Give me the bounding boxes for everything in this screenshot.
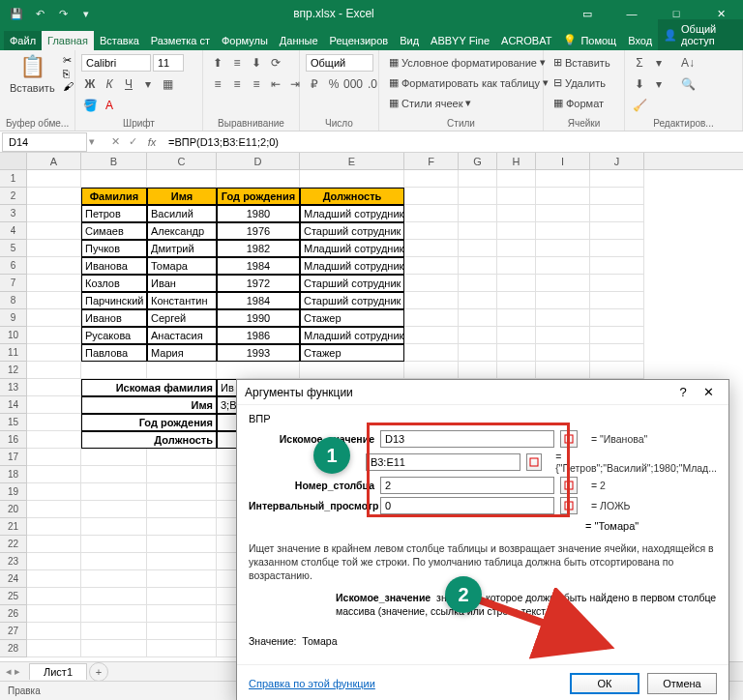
cell-styles-button[interactable]: ▦ Стили ячеек ▾ <box>385 95 475 111</box>
cell[interactable] <box>536 170 590 188</box>
row-16[interactable]: 16 <box>0 431 27 449</box>
cell[interactable] <box>27 518 81 536</box>
ref-button-icon[interactable] <box>560 430 578 448</box>
cell[interactable] <box>590 222 644 240</box>
col-D[interactable]: D <box>217 153 300 169</box>
cell[interactable] <box>27 553 81 570</box>
cell[interactable] <box>497 327 536 344</box>
cell[interactable] <box>404 344 459 362</box>
cell[interactable] <box>27 257 81 275</box>
cell[interactable] <box>217 170 300 188</box>
cell[interactable] <box>27 327 81 344</box>
cell[interactable] <box>497 257 536 275</box>
cell[interactable] <box>459 188 497 205</box>
cell[interactable] <box>404 222 459 240</box>
cancel-button[interactable]: Отмена <box>647 673 717 694</box>
cell[interactable] <box>459 275 497 292</box>
cell[interactable]: Младший сотрудник <box>300 257 404 275</box>
cell[interactable]: Анастасия <box>147 327 217 344</box>
row-3[interactable]: 3 <box>0 205 27 222</box>
dialog-help-icon[interactable]: ? <box>670 385 696 399</box>
autosum-icon[interactable]: Σ <box>631 54 648 72</box>
row-25[interactable]: 25 <box>0 588 27 605</box>
cell[interactable]: Стажер <box>300 309 404 327</box>
row-12[interactable]: 12 <box>0 362 27 379</box>
cell[interactable] <box>217 362 300 379</box>
row-21[interactable]: 21 <box>0 518 27 536</box>
cell[interactable]: Павлова <box>81 344 147 362</box>
cell[interactable] <box>147 640 217 657</box>
cell[interactable]: Сергей <box>147 309 217 327</box>
align-left-icon[interactable]: ≡ <box>209 75 226 93</box>
cell[interactable] <box>404 327 459 344</box>
cell[interactable] <box>590 292 644 309</box>
italic-icon[interactable]: К <box>101 75 118 93</box>
cell[interactable]: Фамилия <box>81 188 147 205</box>
cell[interactable]: Иванова <box>81 257 147 275</box>
cell[interactable] <box>27 170 81 188</box>
cell[interactable]: Имя <box>147 188 217 205</box>
row-24[interactable]: 24 <box>0 570 27 588</box>
add-sheet-button[interactable]: + <box>89 662 108 682</box>
cell[interactable]: 1986 <box>217 327 300 344</box>
cell[interactable] <box>147 362 217 379</box>
cell[interactable]: 1990 <box>217 309 300 327</box>
fill-icon[interactable]: ⬇ <box>631 75 648 93</box>
cell[interactable] <box>27 588 81 605</box>
cell[interactable] <box>27 222 81 240</box>
cell[interactable] <box>404 309 459 327</box>
cell[interactable] <box>497 205 536 222</box>
cell[interactable]: Младший сотрудник <box>300 327 404 344</box>
row-15[interactable]: 15 <box>0 414 27 431</box>
cell[interactable]: Петров <box>81 205 147 222</box>
row-17[interactable]: 17 <box>0 449 27 466</box>
tab-home[interactable]: Главная <box>42 31 94 50</box>
cell[interactable] <box>81 570 147 588</box>
cell[interactable]: Должность <box>300 188 404 205</box>
cell[interactable] <box>27 362 81 379</box>
tab-view[interactable]: Вид <box>394 31 425 50</box>
row-10[interactable]: 10 <box>0 327 27 344</box>
row-8[interactable]: 8 <box>0 292 27 309</box>
ok-button[interactable]: ОК <box>570 673 639 694</box>
row-26[interactable]: 26 <box>0 605 27 623</box>
orientation-icon[interactable]: ⟳ <box>267 54 284 72</box>
cell[interactable] <box>536 327 590 344</box>
row-28[interactable]: 28 <box>0 640 27 657</box>
cell[interactable] <box>459 257 497 275</box>
col-I[interactable]: I <box>536 153 590 169</box>
format-cells-button[interactable]: ▦ Формат <box>550 95 608 111</box>
font-size-input[interactable] <box>153 54 184 72</box>
cell[interactable]: 1972 <box>217 275 300 292</box>
cell[interactable] <box>147 518 217 536</box>
cell[interactable] <box>404 240 459 257</box>
row-9[interactable]: 9 <box>0 309 27 327</box>
tell-me[interactable]: 💡 Помощ <box>557 30 622 50</box>
cell[interactable]: Василий <box>147 205 217 222</box>
col-F[interactable]: F <box>404 153 459 169</box>
cell[interactable]: Искомая фамилия <box>81 379 217 396</box>
cell[interactable]: Дмитрий <box>147 240 217 257</box>
cancel-formula-icon[interactable]: ✕ <box>106 135 124 148</box>
cell[interactable] <box>590 205 644 222</box>
align-top-icon[interactable]: ⬆ <box>209 54 226 72</box>
cell[interactable] <box>300 362 404 379</box>
cell[interactable]: Старший сотрудник <box>300 222 404 240</box>
arg-table-input[interactable] <box>366 453 520 471</box>
cell[interactable] <box>81 588 147 605</box>
currency-icon[interactable]: ₽ <box>306 75 323 93</box>
cell[interactable]: 1984 <box>217 292 300 309</box>
cell[interactable] <box>81 501 147 518</box>
cell[interactable]: Константин <box>147 292 217 309</box>
row-23[interactable]: 23 <box>0 553 27 570</box>
row-18[interactable]: 18 <box>0 466 27 483</box>
row-13[interactable]: 13 <box>0 379 27 396</box>
paint-icon[interactable]: 🖌 <box>63 80 74 92</box>
number-format-select[interactable] <box>306 54 373 72</box>
row-7[interactable]: 7 <box>0 275 27 292</box>
sort-icon[interactable]: A↓ <box>679 54 697 72</box>
cell[interactable] <box>81 640 147 657</box>
cell[interactable] <box>81 449 147 466</box>
col-H[interactable]: H <box>497 153 536 169</box>
cell[interactable] <box>536 344 590 362</box>
